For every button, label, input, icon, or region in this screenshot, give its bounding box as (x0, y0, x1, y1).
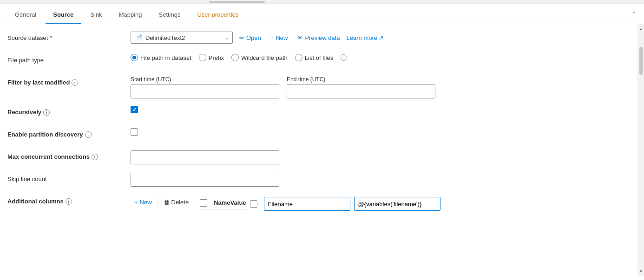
row-checkbox[interactable] (250, 200, 257, 208)
end-time-label: End time (UTC) (287, 76, 435, 83)
collapse-icon[interactable]: ⌃ (632, 11, 637, 17)
value-header: Value (230, 199, 246, 206)
filter-by-last-modified-row: Filter by last modified i Start time (UT… (7, 76, 628, 98)
radio-circle-wildcard (231, 54, 239, 61)
additional-columns-label: Additional columns i (7, 195, 131, 205)
top-scrollbar-track[interactable] (209, 1, 265, 3)
delete-column-button[interactable]: 🗑 Delete (160, 197, 193, 208)
end-time-input[interactable] (287, 85, 435, 98)
radio-list-of-files[interactable]: List of files (295, 54, 333, 61)
plus-icon: + (270, 34, 274, 41)
columns-table-header: Name Value (200, 196, 246, 210)
table-row (250, 195, 440, 213)
recursively-label: Recursively i (7, 106, 131, 116)
content-area: Source dataset * 📄 DelimitedText2 ⌄ ✏ Op… (0, 24, 644, 276)
required-asterisk: * (50, 34, 52, 41)
preview-icon: 👁 (297, 34, 303, 41)
max-concurrent-connections-control (131, 150, 628, 164)
file-path-type-row: File path type File path in dataset Pref… (7, 54, 628, 69)
scroll-down-arrow[interactable]: ▼ (639, 267, 643, 275)
row-value-cell (354, 197, 440, 211)
file-path-type-label: File path type (7, 54, 131, 64)
recursively-checkbox[interactable] (131, 106, 138, 113)
tab-user-properties[interactable]: User properties (190, 7, 246, 24)
enable-partition-discovery-label: Enable partition discovery i (7, 128, 131, 138)
radio-circle-list (295, 54, 302, 61)
radio-circle-selected (131, 54, 138, 61)
end-time-field: End time (UTC) (287, 76, 435, 98)
file-path-type-info-icon[interactable]: i (341, 54, 347, 61)
max-concurrent-connections-label: Max concurrent connections i (7, 150, 131, 160)
additional-columns-row: Additional columns i + New 🗑 Delete (7, 195, 628, 213)
vertical-scrollbar[interactable]: ▲ ▼ (637, 24, 644, 276)
additional-columns-control: + New 🗑 Delete Name Value (131, 195, 628, 213)
action-divider (158, 197, 158, 207)
start-time-field: Start time (UTC) (131, 76, 279, 98)
source-dataset-control: 📄 DelimitedText2 ⌄ ✏ Open + New 👁 Previe… (131, 32, 628, 44)
row-checkbox-col (250, 200, 264, 208)
dataset-icon: 📄 (135, 34, 143, 41)
row-value-input[interactable] (354, 197, 440, 211)
skip-line-count-label: Skip line count (7, 173, 131, 182)
enable-partition-discovery-row: Enable partition discovery i (7, 128, 628, 143)
tab-source[interactable]: Source (46, 7, 81, 24)
radio-prefix[interactable]: Prefix (199, 54, 224, 61)
time-input-pair: Start time (UTC) End time (UTC) (131, 76, 435, 98)
open-button[interactable]: ✏ Open (237, 33, 264, 43)
new-dataset-button[interactable]: + New (268, 33, 291, 43)
pencil-icon: ✏ (239, 34, 244, 41)
start-time-input[interactable] (131, 85, 279, 98)
recursively-control (131, 106, 628, 113)
partition-discovery-checkbox[interactable] (131, 128, 138, 136)
additional-columns-info-icon[interactable]: i (66, 198, 72, 205)
dropdown-caret-icon: ⌄ (225, 35, 229, 40)
tab-sink[interactable]: Sink (83, 7, 109, 24)
row-name-cell (264, 197, 354, 211)
scroll-up-arrow[interactable]: ▲ (639, 25, 643, 33)
tab-general[interactable]: General (7, 7, 44, 24)
max-concurrent-info-icon[interactable]: i (92, 154, 98, 160)
additional-columns-actions: + New 🗑 Delete (131, 197, 192, 208)
source-dataset-label: Source dataset * (7, 32, 131, 41)
partition-info-icon[interactable]: i (85, 131, 92, 138)
tab-mapping[interactable]: Mapping (112, 7, 150, 24)
radio-file-path-in-dataset[interactable]: File path in dataset (131, 54, 191, 61)
learn-more-link[interactable]: Learn more ↗ (347, 34, 384, 41)
recursively-info-icon[interactable]: i (43, 109, 50, 116)
dataset-name: DelimitedText2 (145, 34, 222, 41)
new-plus-icon: + (134, 199, 138, 206)
top-scrollbar-area (0, 0, 644, 4)
external-link-icon: ↗ (379, 34, 384, 41)
tab-bar: General Source Sink Mapping Settings Use… (0, 4, 644, 24)
tab-settings[interactable]: Settings (151, 7, 188, 24)
partition-discovery-control (131, 128, 628, 136)
new-column-button[interactable]: + New (131, 197, 156, 208)
filter-by-last-modified-control: Start time (UTC) End time (UTC) (131, 76, 628, 98)
filter-by-last-modified-label: Filter by last modified i (7, 76, 131, 86)
file-path-type-radio-group: File path in dataset Prefix Wildcard fil… (131, 54, 347, 61)
main-panel: Source dataset * 📄 DelimitedText2 ⌄ ✏ Op… (0, 24, 637, 276)
start-time-label: Start time (UTC) (131, 76, 279, 83)
source-dataset-row: Source dataset * 📄 DelimitedText2 ⌄ ✏ Op… (7, 32, 628, 46)
file-path-type-control: File path in dataset Prefix Wildcard fil… (131, 54, 628, 61)
recursively-row: Recursively i (7, 106, 628, 121)
preview-data-button[interactable]: 👁 Preview data (294, 33, 342, 43)
name-header: Name (214, 199, 230, 206)
max-concurrent-connections-row: Max concurrent connections i (7, 150, 628, 165)
trash-icon: 🗑 (164, 199, 170, 206)
header-checkbox-col (200, 199, 214, 207)
row-name-input[interactable] (264, 197, 350, 211)
select-all-checkbox[interactable] (200, 199, 207, 207)
radio-wildcard[interactable]: Wildcard file path (231, 54, 288, 61)
scroll-thumb[interactable] (639, 47, 643, 75)
skip-line-count-control (131, 173, 628, 187)
dataset-dropdown[interactable]: 📄 DelimitedText2 ⌄ (131, 32, 233, 44)
skip-line-count-row: Skip line count (7, 173, 628, 188)
max-concurrent-connections-input[interactable] (131, 150, 279, 164)
skip-line-count-input[interactable] (131, 173, 279, 187)
radio-circle-prefix (199, 54, 206, 61)
filter-info-icon[interactable]: i (72, 79, 78, 86)
